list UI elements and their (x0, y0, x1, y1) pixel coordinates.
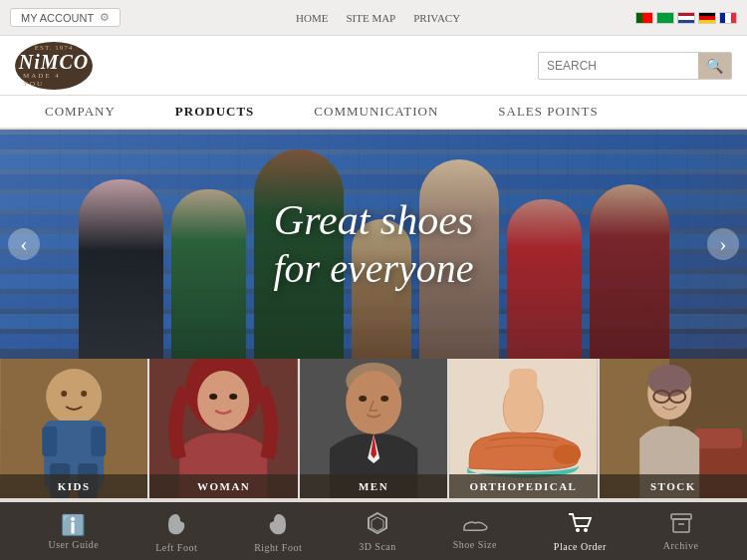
scan-icon (367, 512, 388, 537)
flag-pt[interactable] (635, 12, 653, 24)
category-orthopedical[interactable]: ORTHOPEDICAL (449, 359, 597, 498)
info-icon: ℹ️ (61, 515, 86, 535)
footer-toolbar: ℹ️ User Guide Left Foot Right Foot 3D Sc… (0, 502, 747, 560)
hero-banner: Great shoes for everyone ‹ › (0, 130, 747, 359)
svg-point-47 (198, 371, 250, 430)
svg-point-76 (584, 528, 588, 532)
svg-rect-61 (509, 369, 537, 414)
my-account-icon: ⚙ (100, 11, 110, 24)
flag-br[interactable] (656, 12, 674, 24)
top-bar-right (635, 12, 737, 24)
nav-bar: Company Products Communication Sales Poi… (0, 96, 747, 130)
archive-label: Archive (663, 540, 699, 551)
category-stock[interactable]: STOCK (600, 359, 747, 498)
svg-rect-67 (694, 428, 742, 448)
svg-point-42 (81, 391, 87, 397)
hero-prev-button[interactable]: ‹ (8, 228, 40, 260)
flag-de[interactable] (698, 12, 716, 24)
svg-marker-74 (372, 517, 383, 531)
privacy-link[interactable]: PRIVACY (413, 12, 460, 24)
svg-point-75 (576, 528, 580, 532)
3d-scan-label: 3D Scan (359, 541, 396, 552)
my-account-label: MY ACCOUNT (21, 12, 94, 24)
ortho-label: ORTHOPEDICAL (449, 474, 597, 498)
nav-links: Company Products Communication Sales Poi… (15, 98, 732, 126)
top-bar-links: HOME SITE MAP PRIVACY (296, 12, 460, 24)
footer-item-user-guide[interactable]: ℹ️ User Guide (48, 515, 99, 550)
svg-point-41 (61, 391, 67, 397)
svg-point-54 (380, 396, 388, 402)
logo: EST. 1974 NiMCO MADE 4 YOU (15, 42, 93, 90)
logo-area[interactable]: EST. 1974 NiMCO MADE 4 YOU (15, 42, 93, 90)
svg-point-48 (210, 394, 218, 400)
right-foot-label: Right Foot (254, 542, 302, 553)
nav-item-company[interactable]: Company (15, 98, 145, 126)
svg-point-37 (46, 369, 102, 424)
chevron-right-icon: › (719, 231, 726, 257)
logo-name: NiMCO (19, 52, 90, 72)
search-button[interactable]: 🔍 (698, 52, 731, 80)
hero-people (0, 130, 747, 359)
sitemap-link[interactable]: SITE MAP (346, 12, 395, 24)
user-guide-label: User Guide (48, 539, 99, 550)
cart-icon (568, 512, 592, 537)
category-men[interactable]: MEN (300, 359, 447, 498)
flag-nl[interactable] (677, 12, 695, 24)
left-foot-label: Left Foot (155, 542, 197, 553)
place-order-label: Place Order (554, 541, 607, 552)
logo-tagline: MADE 4 YOU (23, 72, 85, 88)
nav-item-communication[interactable]: Communication (284, 98, 468, 126)
search-input[interactable] (539, 59, 698, 73)
top-bar-left: MY ACCOUNT ⚙ (10, 8, 121, 27)
shoe-size-label: Shoe Size (453, 539, 497, 550)
kids-label: KIDS (0, 474, 147, 498)
left-foot-icon (166, 511, 186, 538)
search-icon: 🔍 (706, 58, 723, 74)
my-account-button[interactable]: MY ACCOUNT ⚙ (10, 8, 121, 27)
footer-item-archive[interactable]: Archive (663, 513, 699, 551)
footer-item-3d-scan[interactable]: 3D Scan (359, 512, 396, 552)
category-kids[interactable]: KIDS (0, 359, 147, 498)
nav-item-products[interactable]: Products (145, 98, 285, 126)
right-foot-icon (268, 511, 288, 538)
language-flags (635, 12, 737, 24)
home-link[interactable]: HOME (296, 12, 328, 24)
svg-point-53 (359, 396, 367, 402)
svg-rect-44 (91, 426, 106, 456)
categories-row: KIDS WOMAN (0, 359, 747, 498)
svg-point-49 (230, 394, 238, 400)
nav-item-sales-points[interactable]: Sales Points (468, 98, 628, 126)
hero-next-button[interactable]: › (707, 228, 739, 260)
svg-rect-43 (42, 426, 57, 456)
woman-label: WOMAN (149, 474, 297, 498)
stock-label: STOCK (600, 474, 747, 498)
chevron-left-icon: ‹ (20, 231, 27, 257)
svg-point-62 (553, 444, 581, 464)
archive-icon (670, 513, 692, 536)
search-area: 🔍 (538, 52, 732, 80)
footer-item-right-foot[interactable]: Right Foot (254, 511, 302, 553)
shoe-size-icon (462, 514, 488, 535)
men-label: MEN (300, 474, 447, 498)
svg-rect-78 (673, 519, 689, 532)
footer-item-left-foot[interactable]: Left Foot (155, 511, 197, 553)
header-main: EST. 1974 NiMCO MADE 4 YOU 🔍 (0, 36, 747, 96)
top-bar: MY ACCOUNT ⚙ HOME SITE MAP PRIVACY (0, 0, 747, 36)
footer-item-shoe-size[interactable]: Shoe Size (453, 514, 497, 550)
svg-point-69 (647, 365, 691, 397)
category-woman[interactable]: WOMAN (149, 359, 297, 498)
footer-item-place-order[interactable]: Place Order (554, 512, 607, 552)
flag-fr[interactable] (719, 12, 737, 24)
